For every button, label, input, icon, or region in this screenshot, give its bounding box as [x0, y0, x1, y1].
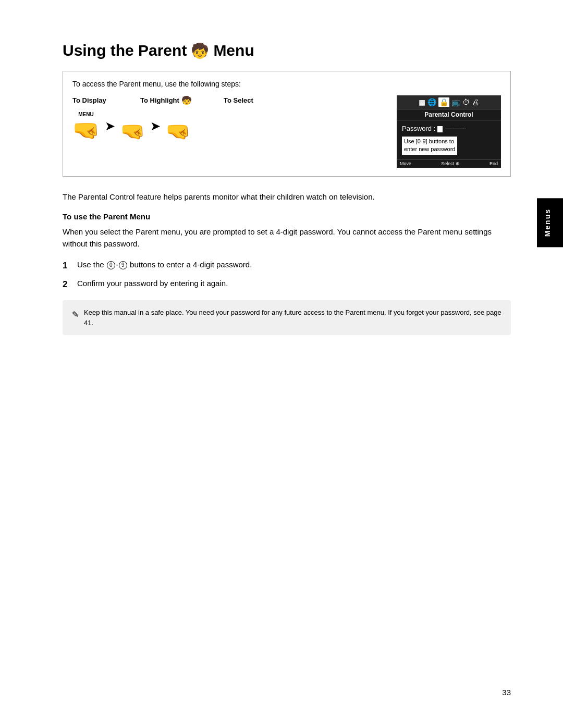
display-hand-icon: 🤜: [72, 117, 100, 143]
arrow-1: ➤: [105, 119, 115, 135]
tv-password-block: [437, 126, 443, 132]
circle-0: 0: [107, 261, 115, 269]
tv-password-label: Password :: [402, 125, 437, 132]
step-1-text: Use the 0-9 buttons to enter a 4-digit p…: [77, 259, 252, 271]
tv-icon-4: 📺: [451, 98, 460, 106]
highlight-hand: 🤜: [120, 120, 145, 143]
parental-feature-text: The Parental Control feature helps paren…: [63, 191, 511, 203]
page-number: 33: [502, 688, 511, 697]
parent-menu-icon: 🧒: [191, 42, 209, 59]
tv-end: End: [489, 161, 498, 166]
label-display: To Display: [72, 96, 140, 104]
side-tab: Menus: [537, 198, 563, 247]
tv-icon-1: ▦: [419, 98, 425, 106]
select-hand-container: 🤜: [166, 112, 190, 143]
numbered-list: 1 Use the 0-9 buttons to enter a 4-digit…: [63, 259, 511, 291]
step-2-text: Confirm your password by entering it aga…: [77, 278, 228, 290]
highlight-hand-container: 🤜: [120, 112, 145, 143]
circle-9: 9: [119, 261, 127, 269]
tv-icon-6: 🖨: [472, 98, 479, 106]
tv-password-row: Password : ———: [402, 125, 496, 132]
tv-move: Move: [400, 161, 411, 166]
tv-icons-row: ▦ 🌐 🔒 📺 ⏱ 🖨: [397, 95, 501, 109]
step-num-1: 1: [63, 259, 77, 273]
list-item-1: 1 Use the 0-9 buttons to enter a 4-digit…: [63, 259, 511, 273]
tv-instruction-block: Use [0-9] buttons to enter new password: [402, 137, 496, 155]
steps-row: To Display To Highlight 🧒 To Select MENU…: [72, 95, 501, 168]
note-text: Keep this manual in a safe place. You ne…: [84, 307, 501, 328]
steps-left: To Display To Highlight 🧒 To Select MENU…: [72, 95, 391, 143]
list-item-2: 2 Confirm your password by entering it a…: [63, 278, 511, 291]
tv-icon-3-highlight: 🔒: [438, 97, 449, 107]
steps-labels: To Display To Highlight 🧒 To Select: [72, 95, 391, 105]
title-prefix: Using the Parent: [63, 42, 187, 59]
page-title: Using the Parent 🧒 Menu: [63, 42, 511, 59]
note-box: ✎ Keep this manual in a safe place. You …: [63, 300, 511, 335]
tv-bottom-bar: Move Select ⊕ End: [397, 159, 501, 168]
instruction-box: To access the Parent menu, use the follo…: [63, 71, 511, 177]
step-num-2: 2: [63, 278, 77, 291]
title-suffix: Menu: [213, 42, 254, 59]
tv-screen: ▦ 🌐 🔒 📺 ⏱ 🖨 Parental Control Password : …: [397, 95, 501, 168]
menu-label: MENU: [78, 112, 93, 117]
tv-title-bar: Parental Control: [397, 109, 501, 120]
display-hand-container: MENU 🤜: [72, 112, 100, 143]
arrow-2: ➤: [150, 119, 161, 135]
hands-row: MENU 🤜 ➤ 🤜 ➤ 🤜: [72, 112, 391, 143]
intro-text: To access the Parent menu, use the follo…: [72, 80, 501, 88]
note-icon: ✎: [72, 309, 79, 328]
label-select: To Select: [224, 96, 276, 104]
select-hand: 🤜: [166, 120, 190, 143]
tv-content: Password : ——— Use [0-9] buttons to ente…: [397, 120, 501, 159]
tv-password-dashes: ———: [446, 125, 466, 132]
highlight-hand-icon: 🧒: [181, 95, 192, 105]
label-highlight: To Highlight 🧒: [140, 95, 224, 105]
subsection-title: To use the Parent Menu: [63, 212, 511, 221]
tv-icon-5: ⏱: [462, 98, 470, 106]
tv-icon-2: 🌐: [427, 98, 436, 106]
page-container: Using the Parent 🧒 Menu To access the Pa…: [0, 0, 563, 728]
tv-instruction-highlight: Use [0-9] buttons to enter new password: [402, 137, 457, 155]
intro-para: When you select the Parent menu, you are…: [63, 226, 511, 250]
tv-select: Select ⊕: [441, 161, 460, 166]
